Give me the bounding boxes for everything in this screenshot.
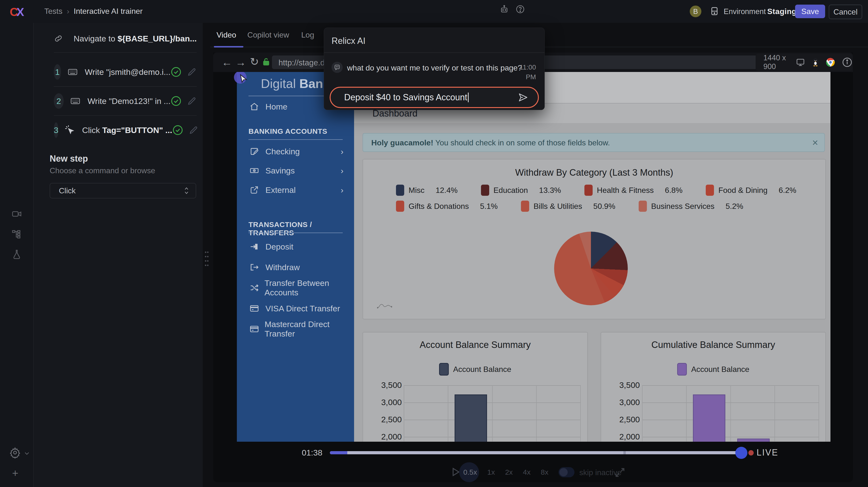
tab-log[interactable]: Log	[301, 31, 314, 39]
environment-value[interactable]: Staging	[767, 7, 797, 16]
bot-avatar-icon	[332, 62, 343, 73]
reload-icon[interactable]: ↻	[250, 52, 259, 71]
home-icon	[249, 102, 260, 112]
lock-icon	[261, 57, 271, 67]
chevron-down-icon[interactable]	[24, 450, 30, 456]
environment-label: Environment	[724, 7, 766, 16]
chart-legend: Account Balance	[601, 363, 826, 375]
flask-icon[interactable]	[11, 249, 22, 260]
bank-nav-deposit[interactable]: Deposit	[237, 238, 354, 255]
divider	[54, 115, 197, 116]
pie-legend-row-2: Gifts & Donations5.1% Bills & Utilities5…	[396, 201, 767, 212]
live-label: LIVE	[756, 448, 778, 458]
app-logo[interactable]: CX	[10, 5, 23, 19]
progress-track[interactable]	[330, 451, 742, 454]
chevron-right-icon: ›	[341, 147, 343, 156]
help-icon[interactable]	[516, 4, 525, 14]
divider	[248, 139, 343, 140]
chart-title: Account Balance Summary	[363, 340, 587, 350]
fullscreen-icon[interactable]	[614, 467, 626, 478]
steps-panel	[34, 23, 203, 487]
ai-prompt-input[interactable]: Deposit $40 to Savings Account	[330, 87, 539, 108]
send-icon[interactable]	[518, 92, 528, 103]
speed-8x[interactable]: 8x	[541, 468, 549, 476]
bar	[737, 438, 770, 442]
speed-2x[interactable]: 2x	[505, 468, 513, 476]
y-axis: 3,5003,0002,5002,000	[601, 381, 640, 442]
pie-chart	[554, 232, 628, 305]
alert-banner: Holy guacamole! You should check in on s…	[363, 133, 825, 152]
progress-handle[interactable]	[735, 447, 747, 459]
check-success-icon	[172, 125, 183, 136]
step-row-1[interactable]: 1 Write "jsmith@demo.i...	[54, 64, 197, 80]
playback-time: 01:38	[302, 448, 322, 457]
chart-title: Cumulative Balance Summary	[601, 340, 826, 350]
popup-message: what do you want me to verify or test on…	[347, 63, 522, 72]
shuffle-icon	[249, 283, 259, 293]
alert-bold: Holy guacamole!	[371, 138, 433, 147]
alert-close-icon[interactable]: ×	[812, 137, 818, 149]
new-step-title: New step	[50, 154, 88, 164]
step-row-3[interactable]: 3 Click Tag="BUTTON" ...	[54, 122, 197, 138]
step-row-2[interactable]: 2 Write "Demo123!" in ...	[54, 93, 197, 109]
step-number: 3	[54, 122, 58, 138]
bank-nav-visa-transfer[interactable]: VISA Direct Transfer	[237, 300, 354, 317]
speed-4x[interactable]: 4x	[523, 468, 531, 476]
bank-nav-mastercard-transfer[interactable]: Mastercard Direct Transfer	[237, 321, 354, 337]
settings-gear-icon[interactable]	[9, 447, 21, 458]
skip-inactive-toggle[interactable]	[558, 467, 575, 477]
divider	[54, 86, 197, 87]
deposit-icon	[249, 242, 260, 251]
back-icon[interactable]: ←	[222, 53, 232, 72]
bank-nav-external[interactable]: External ›	[237, 181, 354, 199]
relicx-ai-popup: Relicx AI what do you want me to verify …	[324, 28, 545, 110]
popup-title: Relicx AI	[332, 36, 366, 46]
ai-input-value: Deposit $40 to Savings Account	[344, 92, 467, 102]
breadcrumb-tests[interactable]: Tests	[44, 7, 62, 16]
keyboard-icon	[70, 96, 81, 106]
video-camera-icon[interactable]	[11, 208, 22, 219]
progress-fill	[330, 451, 347, 454]
toggle-knob	[559, 468, 568, 476]
monitor-icon[interactable]	[796, 58, 805, 67]
forward-icon[interactable]: →	[236, 53, 246, 72]
resize-handle[interactable]	[204, 250, 210, 267]
info-icon[interactable]	[842, 57, 852, 68]
bank-nav-transfer[interactable]: Transfer Between Accounts	[237, 279, 354, 296]
flow-tree-icon[interactable]	[11, 229, 22, 240]
checkbook-icon	[249, 147, 260, 156]
tab-copilot-view[interactable]: Copilot view	[247, 31, 289, 39]
link-icon	[54, 34, 63, 43]
edit-pencil-icon[interactable]	[187, 96, 197, 106]
cancel-button[interactable]: Cancel	[829, 5, 862, 19]
bank-nav-savings[interactable]: Savings ›	[237, 162, 354, 179]
cursor-click-icon	[65, 125, 75, 135]
bar-chart-card-account: Account Balance Summary Account Balance …	[363, 332, 588, 442]
save-button[interactable]: Save	[795, 5, 825, 18]
linux-icon	[811, 58, 819, 67]
bank-nav-checking[interactable]: Checking ›	[237, 143, 354, 160]
bar	[455, 394, 487, 442]
navigate-step[interactable]: Navigate to ${BASE_URL}/ban...	[54, 31, 197, 47]
breadcrumb-separator: ›	[67, 7, 69, 16]
bank-nav-withdraw[interactable]: Withdraw	[237, 259, 354, 276]
add-icon[interactable]: +	[12, 467, 19, 479]
live-dot	[748, 450, 754, 456]
video-frame: Digital Bank Home BANKING ACCOUNTS Check…	[213, 72, 853, 442]
active-tab-underline	[214, 46, 243, 48]
speed-1x[interactable]: 1x	[487, 468, 495, 476]
edit-pencil-icon[interactable]	[187, 67, 197, 77]
avatar[interactable]: B	[690, 6, 702, 17]
tab-video[interactable]: Video	[217, 31, 236, 39]
bank-app: Digital Bank Home BANKING ACCOUNTS Check…	[237, 72, 831, 442]
robot-icon[interactable]	[499, 4, 509, 14]
bar	[693, 394, 725, 442]
speed-0-5x[interactable]: 0.5x	[463, 468, 477, 476]
pie-chart-card: Withdraw By Category (Last 3 Months) Mis…	[363, 159, 826, 319]
edit-pencil-icon[interactable]	[189, 125, 198, 135]
pie-legend-row-1: Misc12.4% Education13.3% Health & Fitnes…	[396, 185, 819, 196]
external-link-icon	[249, 185, 260, 195]
bar-plot	[404, 385, 581, 442]
command-dropdown[interactable]: Click	[50, 183, 196, 199]
bar-chart-card-cumulative: Cumulative Balance Summary Account Balan…	[600, 332, 826, 442]
